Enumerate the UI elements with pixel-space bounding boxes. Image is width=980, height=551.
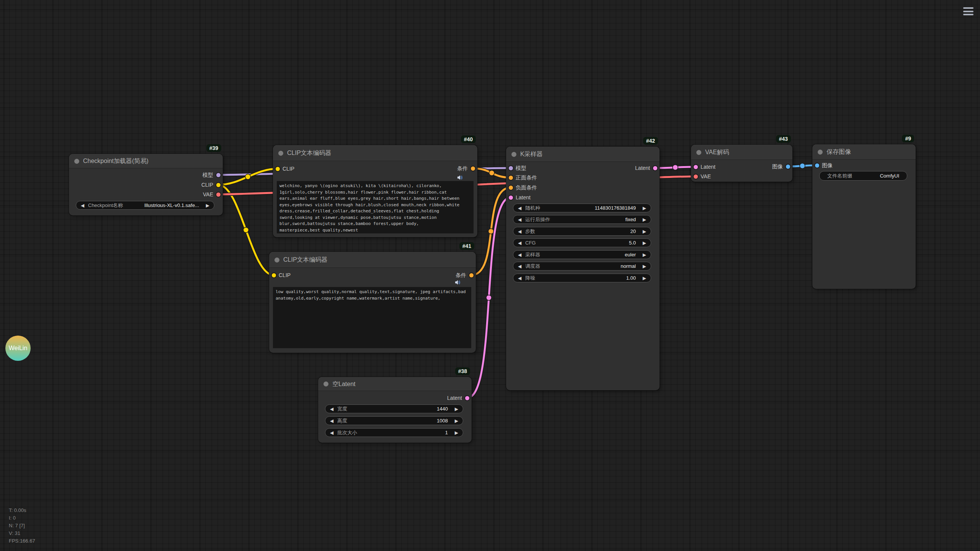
- widget-label: 采样器: [525, 251, 540, 258]
- increment-arrow-icon[interactable]: ▶: [452, 430, 458, 435]
- node-clip-text-encode-positive[interactable]: #40CLIP文本编码器CLIP条件welchino, yanyo \(ogin…: [273, 145, 477, 237]
- output-slot-dot[interactable]: [653, 166, 657, 170]
- node-save-image[interactable]: #9保存图像图像文件名前缀ComfyUI: [812, 144, 916, 289]
- node-title-bar[interactable]: VAE解码: [691, 145, 792, 160]
- link-midpoint-dot[interactable]: [673, 165, 678, 170]
- widget-label: 运行后操作: [525, 216, 550, 223]
- widget-stepper[interactable]: ◀批次大小1▶: [325, 428, 463, 437]
- increment-arrow-icon[interactable]: ▶: [640, 240, 646, 246]
- widget-stepper[interactable]: ◀采样器euler▶: [513, 250, 651, 259]
- decrement-arrow-icon[interactable]: ◀: [518, 217, 524, 222]
- speaker-icon[interactable]: [454, 279, 461, 285]
- output-slot-label: 条件: [456, 271, 466, 279]
- decrement-arrow-icon[interactable]: ◀: [518, 240, 524, 246]
- increment-arrow-icon[interactable]: ▶: [640, 276, 646, 281]
- widget-value: 20: [630, 228, 636, 234]
- node-ksampler[interactable]: #42K采样器模型正面条件负面条件LatentLatent◀随机种1148301…: [506, 147, 660, 390]
- link-midpoint-dot[interactable]: [800, 163, 805, 169]
- input-slot-label: Latent: [516, 194, 531, 201]
- widget-label: 批次大小: [337, 429, 357, 436]
- decrement-arrow-icon[interactable]: ◀: [518, 252, 524, 258]
- node-empty-latent[interactable]: #38空LatentLatent◀宽度1440▶◀高度1008▶◀批次大小1▶: [318, 377, 472, 443]
- output-slot-dot[interactable]: [469, 273, 474, 277]
- input-slot-dot[interactable]: [276, 167, 280, 171]
- speaker-icon[interactable]: [457, 174, 463, 181]
- node-title: CLIP文本编码器: [287, 149, 332, 157]
- widget-stepper[interactable]: ◀降噪1.00▶: [513, 274, 651, 282]
- widget-value: 1.00: [626, 275, 636, 281]
- input-slot-dot[interactable]: [815, 163, 819, 168]
- output-slot-dot[interactable]: [216, 183, 220, 187]
- node-status-dot: [818, 150, 823, 155]
- link-midpoint-dot[interactable]: [245, 174, 251, 179]
- prompt-textarea[interactable]: low quality,worst quality,normal quality…: [273, 287, 471, 348]
- widget-stepper[interactable]: ◀CFG5.0▶: [513, 238, 651, 247]
- output-slot-dot[interactable]: [216, 192, 220, 197]
- increment-arrow-icon[interactable]: ▶: [640, 229, 646, 234]
- node-id-badge: #38: [455, 367, 470, 375]
- decrement-arrow-icon[interactable]: ◀: [330, 418, 336, 424]
- widget-stepper[interactable]: ◀步数20▶: [513, 227, 651, 236]
- output-slot-dot[interactable]: [465, 396, 469, 400]
- weilin-logo-button[interactable]: WeiLin: [5, 336, 31, 361]
- node-status-dot: [511, 152, 516, 157]
- node-title-bar[interactable]: CLIP文本编码器: [269, 252, 476, 268]
- input-slot-label: Latent: [701, 163, 715, 171]
- decrement-arrow-icon[interactable]: ◀: [518, 264, 524, 269]
- input-slot-dot[interactable]: [694, 165, 698, 169]
- decrement-arrow-icon[interactable]: ◀: [518, 276, 524, 281]
- widget-label: 降噪: [525, 275, 535, 282]
- link-midpoint-dot[interactable]: [488, 229, 494, 234]
- link-midpoint-dot[interactable]: [489, 170, 495, 176]
- node-title-bar[interactable]: Checkpoint加载器(简易): [69, 154, 223, 168]
- hamburger-menu-icon[interactable]: [963, 7, 973, 15]
- node-title: VAE解码: [705, 148, 729, 156]
- node-title-bar[interactable]: K采样器: [506, 147, 660, 162]
- widget-value: ComfyUI: [880, 173, 899, 179]
- increment-arrow-icon[interactable]: ▶: [640, 217, 646, 222]
- widget-stepper[interactable]: ◀调度器normal▶: [513, 262, 651, 271]
- node-title-bar[interactable]: CLIP文本编码器: [273, 145, 477, 161]
- widget-stepper[interactable]: ◀Checkpoint名称Illustrious-XL-v0.1.safe...…: [76, 201, 214, 210]
- decrement-arrow-icon[interactable]: ◀: [330, 430, 336, 435]
- decrement-arrow-icon[interactable]: ◀: [81, 203, 87, 208]
- widget-label: 高度: [337, 417, 347, 424]
- decrement-arrow-icon[interactable]: ◀: [518, 229, 524, 234]
- input-slot-label: VAE: [701, 173, 711, 180]
- widget-stepper[interactable]: ◀随机种114830176381849▶: [513, 204, 651, 212]
- increment-arrow-icon[interactable]: ▶: [204, 203, 209, 208]
- decrement-arrow-icon[interactable]: ◀: [330, 406, 336, 412]
- prompt-textarea[interactable]: welchino, yanyo \(ogino atsuki\), kita \…: [277, 181, 474, 233]
- input-slot-dot[interactable]: [694, 174, 698, 179]
- input-slot-dot[interactable]: [509, 176, 513, 180]
- increment-arrow-icon[interactable]: ▶: [452, 406, 458, 412]
- node-title-bar[interactable]: 保存图像: [812, 144, 916, 160]
- increment-arrow-icon[interactable]: ▶: [640, 264, 646, 269]
- decrement-arrow-icon[interactable]: ◀: [518, 205, 524, 211]
- link-midpoint-dot[interactable]: [486, 295, 492, 300]
- increment-arrow-icon[interactable]: ▶: [640, 252, 646, 258]
- output-slot-label: 图像: [772, 163, 783, 170]
- output-slot-label: 条件: [457, 165, 468, 172]
- input-slot-dot[interactable]: [509, 166, 513, 170]
- input-slot-dot[interactable]: [509, 196, 513, 200]
- widget-stepper[interactable]: ◀运行后操作fixed▶: [513, 215, 651, 224]
- widget-stepper[interactable]: ◀高度1008▶: [325, 416, 463, 425]
- node-checkpoint-loader[interactable]: #39Checkpoint加载器(简易)模型CLIPVAE◀Checkpoint…: [69, 154, 223, 215]
- output-slot-dot[interactable]: [471, 166, 475, 171]
- comfyui-canvas[interactable]: #39Checkpoint加载器(简易)模型CLIPVAE◀Checkpoint…: [0, 0, 980, 551]
- output-slot-dot[interactable]: [216, 173, 220, 177]
- increment-arrow-icon[interactable]: ▶: [452, 418, 458, 424]
- node-title: 空Latent: [332, 380, 355, 388]
- node-clip-text-encode-negative[interactable]: #41CLIP文本编码器CLIP条件low quality,worst qual…: [269, 252, 476, 353]
- input-slot-dot[interactable]: [272, 273, 276, 277]
- link-midpoint-dot[interactable]: [243, 227, 249, 233]
- node-title-bar[interactable]: 空Latent: [318, 377, 472, 391]
- output-slot-dot[interactable]: [786, 165, 790, 169]
- input-slot-dot[interactable]: [509, 186, 513, 190]
- increment-arrow-icon[interactable]: ▶: [640, 205, 646, 211]
- node-vae-decode[interactable]: #43VAE解码LatentVAE图像: [691, 145, 792, 182]
- input-slot-label: 模型: [516, 164, 526, 172]
- widget-text[interactable]: 文件名前缀ComfyUI: [819, 171, 907, 181]
- widget-stepper[interactable]: ◀宽度1440▶: [325, 404, 463, 413]
